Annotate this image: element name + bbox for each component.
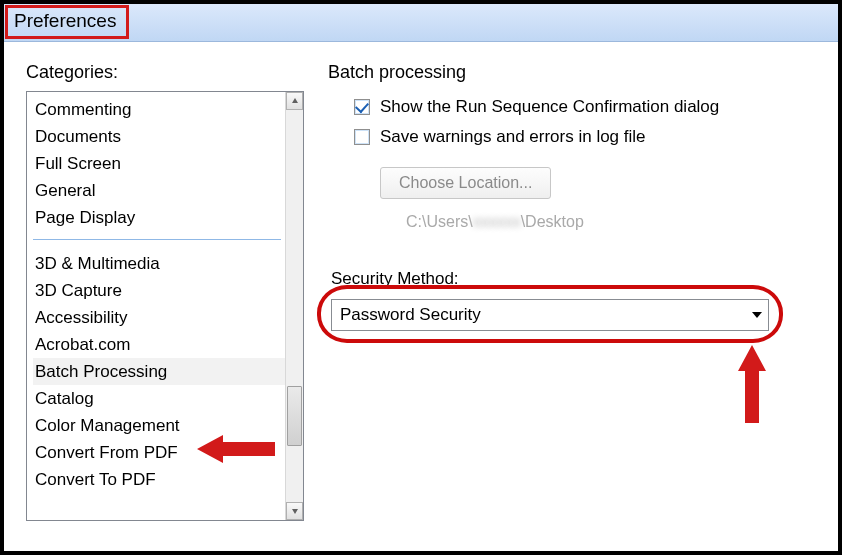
list-item[interactable]: Commenting — [33, 96, 285, 123]
list-separator — [33, 239, 281, 240]
svg-marker-4 — [738, 345, 766, 423]
svg-marker-1 — [292, 98, 298, 103]
svg-marker-3 — [752, 312, 762, 318]
checkbox-save-log[interactable] — [354, 129, 370, 145]
scroll-down-button[interactable] — [286, 502, 303, 520]
security-method-dropdown[interactable]: Password Security — [331, 299, 769, 331]
path-user-obscured: xxxxxx — [473, 213, 521, 230]
list-item-selected[interactable]: Batch Processing — [33, 358, 285, 385]
list-item[interactable]: Accessibility — [33, 304, 285, 331]
scrollbar[interactable] — [285, 92, 303, 520]
list-item[interactable]: 3D Capture — [33, 277, 285, 304]
security-method-value: Password Security — [340, 305, 481, 325]
list-item[interactable]: 3D & Multimedia — [33, 250, 285, 277]
list-item[interactable]: Catalog — [33, 385, 285, 412]
annotation-arrow-up — [735, 345, 769, 423]
checkbox-show-confirmation-label: Show the Run Sequence Confirmation dialo… — [380, 97, 719, 117]
window-title: Preferences — [5, 5, 129, 39]
list-item[interactable]: Convert To PDF — [33, 466, 285, 493]
categories-listbox[interactable]: Commenting Documents Full Screen General… — [26, 91, 304, 521]
list-item[interactable]: Acrobat.com — [33, 331, 285, 358]
list-item[interactable]: Documents — [33, 123, 285, 150]
location-path: C:\Users\xxxxxx\Desktop — [406, 213, 824, 231]
path-suffix: \Desktop — [521, 213, 584, 230]
categories-label: Categories: — [26, 62, 304, 83]
svg-marker-2 — [292, 509, 298, 514]
list-item[interactable]: Page Display — [33, 204, 285, 231]
list-item[interactable]: General — [33, 177, 285, 204]
list-item[interactable]: Color Management — [33, 412, 285, 439]
list-item[interactable]: Convert From PDF — [33, 439, 285, 466]
checkbox-save-log-label: Save warnings and errors in log file — [380, 127, 646, 147]
checkbox-show-confirmation[interactable] — [354, 99, 370, 115]
categories-items: Commenting Documents Full Screen General… — [27, 92, 285, 520]
choose-location-button[interactable]: Choose Location... — [380, 167, 551, 199]
list-item[interactable]: Full Screen — [33, 150, 285, 177]
path-prefix: C:\Users\ — [406, 213, 473, 230]
scroll-up-button[interactable] — [286, 92, 303, 110]
panel-heading: Batch processing — [328, 62, 824, 83]
titlebar: Preferences — [4, 4, 838, 42]
scroll-thumb[interactable] — [287, 386, 302, 446]
security-method-label: Security Method: — [331, 269, 824, 289]
chevron-down-icon[interactable] — [746, 300, 768, 330]
